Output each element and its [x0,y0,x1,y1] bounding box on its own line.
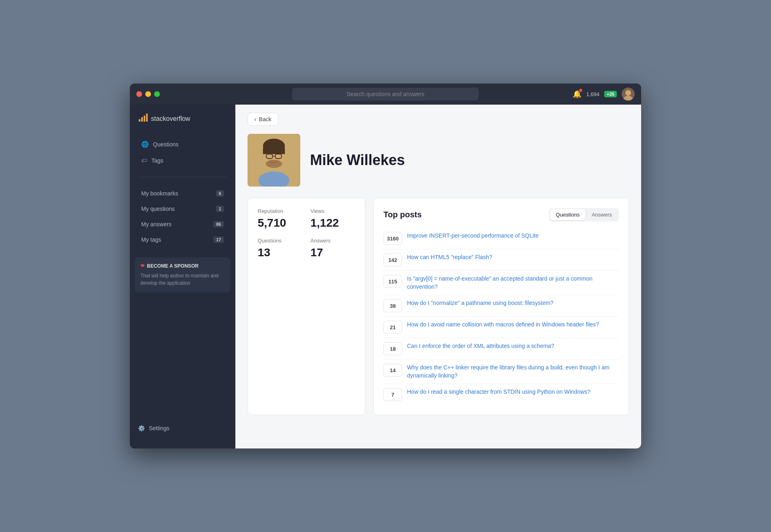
tab-questions[interactable]: Questions [550,209,586,220]
questions-stat: Questions 13 [258,238,302,259]
post-link[interactable]: How do I "normalize" a pathname using bo… [407,299,553,307]
search-input[interactable] [292,88,479,101]
post-score: 115 [383,275,402,288]
sponsor-title: ❤ BECOME A SPONSOR [140,263,225,269]
post-score: 21 [383,321,402,334]
sidebar-nav: 🌐 Questions 🏷 Tags [130,133,235,172]
sponsor-title-text: BECOME A SPONSOR [147,263,198,269]
post-link[interactable]: Why does the C++ linker require the libr… [407,364,619,380]
tags-label: Tags [151,157,164,164]
list-item: 14 Why does the C++ linker require the l… [383,360,619,384]
maximize-button[interactable] [154,91,160,97]
main-layout: stackoverflow 🌐 Questions 🏷 Tags My book… [130,105,641,448]
post-score: 3160 [383,232,402,245]
post-score: 18 [383,342,402,355]
post-link[interactable]: Is "argv[0] = name-of-executable" an acc… [407,275,619,291]
bookmarks-count: 6 [216,190,224,197]
heart-icon: ❤ [140,263,144,269]
sidebar-my-questions[interactable]: My questions 1 [133,202,232,216]
stats-section: Reputation 5,710 Views 1,122 Questions 1… [248,198,629,415]
post-score: 142 [383,253,402,266]
tab-answers[interactable]: Answers [586,209,618,220]
tab-group: Questions Answers [549,208,619,221]
profile-avatar [248,134,300,187]
top-posts-header: Top posts Questions Answers [383,208,619,221]
my-answers-count: 86 [213,221,224,227]
sidebar-divider [138,177,227,177]
logo-icon [138,113,148,124]
sidebar-item-questions[interactable]: 🌐 Questions [133,137,232,152]
list-item: 3160 Improve INSERT-per-second performan… [383,228,619,249]
bookmarks-label: My bookmarks [141,190,178,197]
list-item: 115 Is "argv[0] = name-of-executable" an… [383,271,619,295]
my-tags-count: 17 [213,236,224,243]
sidebar-bottom: ⚙️ Settings [130,416,235,440]
svg-point-15 [266,160,282,168]
questions-stat-value: 13 [258,246,302,259]
post-link[interactable]: How do I avoid name collision with macro… [407,321,599,329]
svg-rect-11 [263,148,285,154]
titlebar: 🔔 1,694 +25 [130,84,641,105]
list-item: 38 How do I "normalize" a pathname using… [383,295,619,317]
user-avatar[interactable] [622,88,635,101]
plus-badge: +25 [604,91,617,97]
back-chevron-icon: ‹ [254,116,256,122]
my-answers-label: My answers [141,221,172,227]
reputation-value: 5,710 [258,217,302,230]
post-list: 3160 Improve INSERT-per-second performan… [383,228,619,405]
svg-rect-4 [141,117,143,122]
reputation-count: 1,694 [586,91,600,97]
close-button[interactable] [136,91,142,97]
sidebar-my-answers[interactable]: My answers 86 [133,217,232,232]
minimize-button[interactable] [145,91,151,97]
sidebar: stackoverflow 🌐 Questions 🏷 Tags My book… [130,105,235,448]
list-item: 18 Can I enforce the order of XML attrib… [383,338,619,360]
sponsor-box[interactable]: ❤ BECOME A SPONSOR That will help author… [135,257,230,292]
search-bar[interactable] [292,88,479,101]
notification-dot [579,89,582,92]
answers-stat-value: 17 [310,246,355,259]
top-posts-title: Top posts [383,210,422,219]
profile-header: Mike Willekes [248,134,629,187]
back-button[interactable]: ‹ Back [248,113,278,126]
list-item: 142 How can HTML5 "replace" Flash? [383,249,619,271]
sidebar-item-tags[interactable]: 🏷 Tags [133,153,232,168]
post-score: 14 [383,364,402,377]
views-value: 1,122 [310,217,355,230]
stats-grid: Reputation 5,710 Views 1,122 Questions 1… [258,208,355,259]
top-posts-card: Top posts Questions Answers 3160 Improve… [373,198,629,415]
reputation-label: Reputation [258,208,302,214]
profile-name: Mike Willekes [310,152,405,169]
svg-point-1 [625,90,631,96]
titlebar-right: 🔔 1,694 +25 [573,88,635,101]
post-score: 7 [383,388,402,401]
stats-card: Reputation 5,710 Views 1,122 Questions 1… [248,198,365,415]
settings-label: Settings [149,425,170,431]
svg-rect-3 [139,119,140,122]
questions-stat-label: Questions [258,238,302,244]
post-link[interactable]: How can HTML5 "replace" Flash? [407,253,492,262]
app-window: 🔔 1,694 +25 [130,84,641,448]
sponsor-text: That will help author to maintain and de… [140,272,225,287]
my-questions-label: My questions [141,206,174,212]
logo-text: stackoverflow [151,115,190,122]
back-label: Back [259,116,271,122]
list-item: 7 How do I read a single character from … [383,384,619,405]
views-stat: Views 1,122 [310,208,355,230]
sidebar-user-section: My bookmarks 6 My questions 1 My answers… [130,182,235,251]
sidebar-my-tags[interactable]: My tags 17 [133,232,232,247]
post-link[interactable]: Improve INSERT-per-second performance of… [407,232,538,240]
reputation-stat: Reputation 5,710 [258,208,302,230]
post-score: 38 [383,299,402,312]
post-link[interactable]: How do I read a single character from ST… [407,388,590,396]
post-link[interactable]: Can I enforce the order of XML attribute… [407,342,554,350]
globe-icon: 🌐 [141,141,149,148]
svg-rect-6 [146,114,148,122]
list-item: 21 How do I avoid name collision with ma… [383,317,619,338]
my-tags-label: My tags [141,236,161,243]
views-label: Views [310,208,355,214]
questions-label: Questions [153,141,179,148]
sidebar-settings[interactable]: ⚙️ Settings [133,421,232,435]
notification-icon[interactable]: 🔔 [573,90,581,99]
sidebar-bookmarks[interactable]: My bookmarks 6 [133,186,232,201]
